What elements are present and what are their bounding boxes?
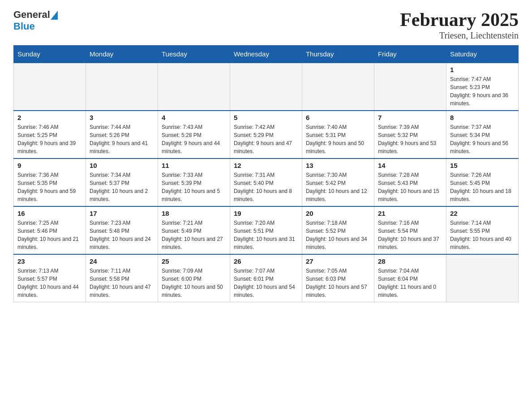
- day-info: Sunrise: 7:31 AM Sunset: 5:40 PM Dayligh…: [234, 171, 298, 203]
- calendar-day-cell: 11Sunrise: 7:33 AM Sunset: 5:39 PM Dayli…: [158, 158, 230, 206]
- calendar-day-cell: 10Sunrise: 7:34 AM Sunset: 5:37 PM Dayli…: [86, 158, 158, 206]
- day-number: 3: [90, 114, 154, 121]
- calendar-day-cell: 27Sunrise: 7:05 AM Sunset: 6:03 PM Dayli…: [302, 254, 374, 302]
- calendar-day-cell: [230, 63, 302, 111]
- day-info: Sunrise: 7:23 AM Sunset: 5:48 PM Dayligh…: [90, 219, 154, 251]
- calendar-day-cell: 16Sunrise: 7:25 AM Sunset: 5:46 PM Dayli…: [14, 206, 86, 254]
- day-number: 20: [306, 210, 370, 217]
- day-number: 25: [162, 257, 226, 265]
- day-info: Sunrise: 7:14 AM Sunset: 5:55 PM Dayligh…: [450, 219, 515, 251]
- day-number: 9: [17, 162, 82, 169]
- calendar-day-cell: 20Sunrise: 7:18 AM Sunset: 5:52 PM Dayli…: [302, 206, 374, 254]
- calendar-day-cell: 25Sunrise: 7:09 AM Sunset: 6:00 PM Dayli…: [158, 254, 230, 302]
- day-info: Sunrise: 7:44 AM Sunset: 5:26 PM Dayligh…: [90, 123, 154, 155]
- logo-general-text: General: [13, 9, 50, 21]
- title-block: February 2025 Triesen, Liechtenstein: [400, 9, 519, 41]
- day-info: Sunrise: 7:18 AM Sunset: 5:52 PM Dayligh…: [306, 219, 370, 251]
- day-header-thursday: Thursday: [302, 46, 374, 63]
- calendar-day-cell: 24Sunrise: 7:11 AM Sunset: 5:58 PM Dayli…: [86, 254, 158, 302]
- day-info: Sunrise: 7:36 AM Sunset: 5:35 PM Dayligh…: [17, 171, 82, 203]
- day-info: Sunrise: 7:04 AM Sunset: 6:04 PM Dayligh…: [378, 267, 442, 299]
- day-number: 7: [378, 114, 442, 121]
- day-number: 14: [378, 162, 442, 169]
- calendar-day-cell: 8Sunrise: 7:37 AM Sunset: 5:34 PM Daylig…: [446, 111, 518, 158]
- calendar-week-row: 1Sunrise: 7:47 AM Sunset: 5:23 PM Daylig…: [14, 63, 519, 111]
- day-number: 22: [450, 210, 515, 217]
- logo: General Blue: [13, 9, 58, 32]
- day-info: Sunrise: 7:34 AM Sunset: 5:37 PM Dayligh…: [90, 171, 154, 203]
- calendar-day-cell: 19Sunrise: 7:20 AM Sunset: 5:51 PM Dayli…: [230, 206, 302, 254]
- calendar-day-cell: [374, 63, 446, 111]
- calendar-day-cell: [446, 254, 518, 302]
- calendar-day-cell: 5Sunrise: 7:42 AM Sunset: 5:29 PM Daylig…: [230, 111, 302, 158]
- calendar-day-cell: 2Sunrise: 7:46 AM Sunset: 5:25 PM Daylig…: [14, 111, 86, 158]
- day-header-friday: Friday: [374, 46, 446, 63]
- day-number: 27: [306, 257, 370, 265]
- day-number: 12: [234, 162, 298, 169]
- calendar-day-cell: 14Sunrise: 7:28 AM Sunset: 5:43 PM Dayli…: [374, 158, 446, 206]
- logo-blue-text: Blue: [13, 21, 35, 32]
- calendar-day-cell: 15Sunrise: 7:26 AM Sunset: 5:45 PM Dayli…: [446, 158, 518, 206]
- day-info: Sunrise: 7:25 AM Sunset: 5:46 PM Dayligh…: [17, 219, 82, 251]
- calendar-day-cell: 4Sunrise: 7:43 AM Sunset: 5:28 PM Daylig…: [158, 111, 230, 158]
- day-info: Sunrise: 7:20 AM Sunset: 5:51 PM Dayligh…: [234, 219, 298, 251]
- day-number: 8: [450, 114, 515, 121]
- day-info: Sunrise: 7:09 AM Sunset: 6:00 PM Dayligh…: [162, 267, 226, 299]
- day-info: Sunrise: 7:33 AM Sunset: 5:39 PM Dayligh…: [162, 171, 226, 203]
- day-info: Sunrise: 7:37 AM Sunset: 5:34 PM Dayligh…: [450, 123, 515, 155]
- day-info: Sunrise: 7:30 AM Sunset: 5:42 PM Dayligh…: [306, 171, 370, 203]
- day-header-tuesday: Tuesday: [158, 46, 230, 63]
- day-info: Sunrise: 7:42 AM Sunset: 5:29 PM Dayligh…: [234, 123, 298, 155]
- day-info: Sunrise: 7:11 AM Sunset: 5:58 PM Dayligh…: [90, 267, 154, 299]
- day-info: Sunrise: 7:43 AM Sunset: 5:28 PM Dayligh…: [162, 123, 226, 155]
- day-number: 21: [378, 210, 442, 217]
- calendar-day-cell: 7Sunrise: 7:39 AM Sunset: 5:32 PM Daylig…: [374, 111, 446, 158]
- day-info: Sunrise: 7:28 AM Sunset: 5:43 PM Dayligh…: [378, 171, 442, 203]
- day-header-sunday: Sunday: [14, 46, 86, 63]
- calendar-day-cell: 6Sunrise: 7:40 AM Sunset: 5:31 PM Daylig…: [302, 111, 374, 158]
- day-number: 1: [450, 66, 515, 73]
- calendar-header-row: SundayMondayTuesdayWednesdayThursdayFrid…: [14, 46, 519, 63]
- day-number: 15: [450, 162, 515, 169]
- day-number: 11: [162, 162, 226, 169]
- day-number: 19: [234, 210, 298, 217]
- day-info: Sunrise: 7:21 AM Sunset: 5:49 PM Dayligh…: [162, 219, 226, 251]
- calendar-day-cell: [86, 63, 158, 111]
- page-header: General Blue February 2025 Triesen, Liec…: [13, 9, 519, 41]
- calendar-week-row: 23Sunrise: 7:13 AM Sunset: 5:57 PM Dayli…: [14, 254, 519, 302]
- day-number: 28: [378, 257, 442, 265]
- day-number: 26: [234, 257, 298, 265]
- day-info: Sunrise: 7:07 AM Sunset: 6:01 PM Dayligh…: [234, 267, 298, 299]
- day-number: 16: [17, 210, 82, 217]
- calendar-week-row: 9Sunrise: 7:36 AM Sunset: 5:35 PM Daylig…: [14, 158, 519, 206]
- calendar-day-cell: [302, 63, 374, 111]
- day-number: 2: [17, 114, 82, 121]
- calendar-day-cell: 26Sunrise: 7:07 AM Sunset: 6:01 PM Dayli…: [230, 254, 302, 302]
- day-info: Sunrise: 7:16 AM Sunset: 5:54 PM Dayligh…: [378, 219, 442, 251]
- calendar-title: February 2025: [400, 9, 519, 30]
- calendar-subtitle: Triesen, Liechtenstein: [400, 30, 519, 41]
- day-header-wednesday: Wednesday: [230, 46, 302, 63]
- day-number: 10: [90, 162, 154, 169]
- calendar-day-cell: 12Sunrise: 7:31 AM Sunset: 5:40 PM Dayli…: [230, 158, 302, 206]
- day-number: 13: [306, 162, 370, 169]
- calendar-table: SundayMondayTuesdayWednesdayThursdayFrid…: [13, 45, 519, 302]
- day-header-saturday: Saturday: [446, 46, 518, 63]
- day-info: Sunrise: 7:05 AM Sunset: 6:03 PM Dayligh…: [306, 267, 370, 299]
- day-number: 18: [162, 210, 226, 217]
- calendar-day-cell: 28Sunrise: 7:04 AM Sunset: 6:04 PM Dayli…: [374, 254, 446, 302]
- day-info: Sunrise: 7:26 AM Sunset: 5:45 PM Dayligh…: [450, 171, 515, 203]
- day-number: 4: [162, 114, 226, 121]
- day-number: 24: [90, 257, 154, 265]
- calendar-day-cell: 22Sunrise: 7:14 AM Sunset: 5:55 PM Dayli…: [446, 206, 518, 254]
- calendar-day-cell: 17Sunrise: 7:23 AM Sunset: 5:48 PM Dayli…: [86, 206, 158, 254]
- calendar-week-row: 2Sunrise: 7:46 AM Sunset: 5:25 PM Daylig…: [14, 111, 519, 158]
- logo-arrow-icon: [51, 11, 58, 20]
- calendar-day-cell: 9Sunrise: 7:36 AM Sunset: 5:35 PM Daylig…: [14, 158, 86, 206]
- day-info: Sunrise: 7:46 AM Sunset: 5:25 PM Dayligh…: [17, 123, 82, 155]
- calendar-day-cell: 3Sunrise: 7:44 AM Sunset: 5:26 PM Daylig…: [86, 111, 158, 158]
- calendar-day-cell: [14, 63, 86, 111]
- calendar-day-cell: [158, 63, 230, 111]
- day-info: Sunrise: 7:40 AM Sunset: 5:31 PM Dayligh…: [306, 123, 370, 155]
- day-number: 5: [234, 114, 298, 121]
